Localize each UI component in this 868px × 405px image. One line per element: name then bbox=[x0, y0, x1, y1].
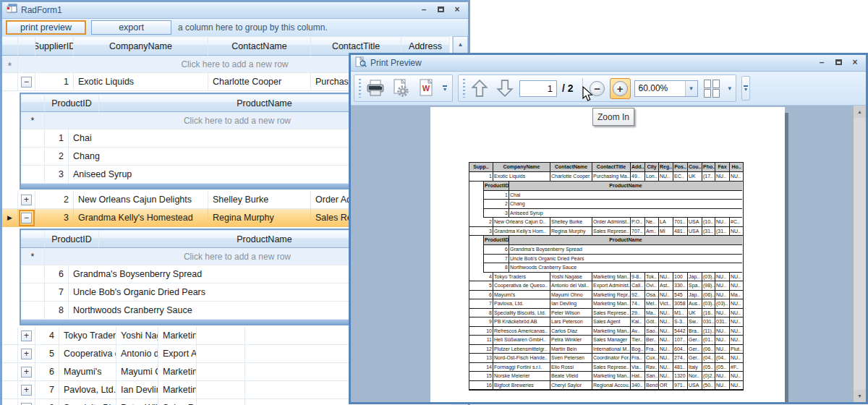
maximize-icon[interactable] bbox=[832, 57, 845, 69]
cell-productid[interactable]: 2 bbox=[45, 148, 69, 165]
expander-cell[interactable]: + bbox=[18, 327, 35, 344]
cell-companyname[interactable]: Pavlova, Ltd. bbox=[59, 381, 116, 398]
cell-companyname[interactable]: Tokyo Traders bbox=[59, 327, 116, 344]
preview-vertical-scrollbar[interactable]: ▲ ▼ bbox=[854, 106, 866, 402]
expander-cell[interactable]: − bbox=[18, 73, 35, 90]
collapse-icon[interactable]: − bbox=[21, 213, 32, 223]
row-indicator-cell bbox=[21, 166, 45, 183]
cell-address[interactable] bbox=[197, 381, 245, 398]
expand-icon[interactable]: + bbox=[21, 331, 32, 341]
radform-title: RadForm1 bbox=[21, 5, 414, 15]
expander-cell[interactable]: − bbox=[18, 209, 35, 226]
minimize-icon[interactable]: – bbox=[815, 57, 828, 69]
close-icon[interactable]: × bbox=[848, 57, 861, 69]
cell-companyname[interactable]: New Orleans Cajun Delights bbox=[74, 191, 208, 208]
expander-cell[interactable]: + bbox=[18, 345, 35, 362]
page-number-input[interactable]: 1 bbox=[519, 80, 557, 97]
cell-contactname[interactable]: Charlotte Cooper bbox=[208, 73, 311, 90]
scroll-up-icon[interactable]: ▲ bbox=[854, 106, 866, 118]
print-tools-group: W ▾ bbox=[354, 74, 453, 102]
toolbar-overflow-icon[interactable]: ▾ bbox=[741, 76, 750, 101]
cell-productid[interactable]: 3 bbox=[45, 166, 69, 183]
cell-contactname[interactable]: Shelley Burke bbox=[208, 191, 311, 208]
cell-productid[interactable]: 1 bbox=[45, 129, 69, 147]
cell-contacttitle[interactable]: Marketing Manager bbox=[158, 327, 197, 344]
cell-supplierid[interactable]: 5 bbox=[35, 345, 59, 362]
cell-supplierid[interactable]: 6 bbox=[35, 363, 59, 380]
cell-contacttitle[interactable]: Sales Representative bbox=[158, 399, 197, 405]
cell-contacttitle[interactable]: Marketing Manager bbox=[158, 381, 197, 398]
layout-dropdown-icon[interactable]: ▾ bbox=[727, 85, 733, 92]
print-preview-titlebar[interactable]: Print Preview – × bbox=[351, 55, 866, 72]
cell-address[interactable] bbox=[197, 363, 245, 380]
cell-address[interactable] bbox=[197, 345, 245, 362]
cell-contactname[interactable]: Regina Murphy bbox=[208, 209, 311, 226]
preview-product-row: 3 Aniseed Syrup bbox=[469, 209, 743, 218]
close-icon[interactable]: × bbox=[451, 4, 464, 16]
export-word-button[interactable]: W bbox=[415, 77, 437, 99]
next-page-button[interactable] bbox=[494, 77, 516, 99]
scroll-down-icon[interactable]: ▼ bbox=[854, 390, 866, 402]
expand-icon[interactable]: + bbox=[21, 349, 32, 359]
zoom-level-combobox[interactable]: 60.00% ▾ bbox=[634, 80, 698, 97]
cell-companyname[interactable]: Exotic Liquids bbox=[74, 73, 208, 90]
collapse-icon[interactable]: − bbox=[21, 77, 32, 88]
export-button[interactable]: export bbox=[91, 20, 171, 35]
preview-subgrid-header: ProductID ProductName bbox=[469, 182, 743, 191]
row-indicator-cell bbox=[21, 284, 45, 301]
cell-companyname[interactable]: Grandma Kelly's Homestead bbox=[74, 209, 208, 226]
cell-contactname[interactable]: Yoshi Nagase bbox=[116, 327, 158, 344]
expand-icon[interactable]: + bbox=[21, 195, 32, 205]
cell-companyname[interactable]: Specialty Biscuits, Ltd. bbox=[59, 399, 116, 405]
cell-contacttitle[interactable]: Marketing Representative bbox=[158, 363, 197, 380]
column-header-contactname[interactable]: ContactName bbox=[208, 36, 311, 56]
cell-contactname[interactable]: Antonio del Valle Saavedra bbox=[116, 345, 158, 362]
maximize-icon[interactable] bbox=[434, 4, 447, 16]
cell-contactname[interactable]: Ian Devling bbox=[116, 381, 158, 398]
column-header-productid[interactable]: ProductID bbox=[45, 230, 99, 248]
expander-cell[interactable]: + bbox=[18, 363, 35, 380]
cell-supplierid[interactable]: 2 bbox=[35, 191, 74, 208]
cell-productid[interactable]: 6 bbox=[45, 265, 69, 283]
expand-icon[interactable]: + bbox=[21, 385, 32, 396]
column-header-supplierid[interactable]: SupplierID bbox=[35, 36, 74, 56]
zoom-in-button[interactable]: + bbox=[610, 78, 631, 99]
cell-supplierid[interactable]: 4 bbox=[35, 327, 59, 344]
preview-supplier-row: 1Exotic LiquidsCharlotte CooperPurchasin… bbox=[469, 172, 743, 182]
cell-address[interactable] bbox=[197, 399, 245, 405]
cell-contactname[interactable]: Mayumi Ohno bbox=[116, 363, 158, 380]
preview-product-row: 7 Uncle Bob's Organic Dried Pears bbox=[469, 255, 743, 264]
cell-address[interactable] bbox=[197, 327, 245, 344]
cell-supplierid[interactable]: 8 bbox=[35, 399, 59, 405]
expander-cell[interactable]: + bbox=[18, 399, 35, 405]
column-header-companyname[interactable]: CompanyName bbox=[74, 36, 208, 56]
preview-supplier-row: 15Norske MeierierBeate VileidMarketing M… bbox=[469, 372, 743, 381]
cell-productid[interactable]: 8 bbox=[45, 302, 69, 319]
minimize-icon[interactable]: – bbox=[417, 4, 430, 16]
cell-supplierid[interactable]: 3 bbox=[35, 209, 74, 226]
cell-companyname[interactable]: Mayumi's bbox=[59, 363, 116, 380]
toolbar-grip[interactable] bbox=[463, 79, 465, 98]
cell-supplierid[interactable]: 1 bbox=[35, 73, 74, 90]
scroll-up-icon[interactable]: ▲ bbox=[453, 36, 468, 54]
expand-icon[interactable]: + bbox=[21, 403, 32, 405]
expander-cell[interactable]: + bbox=[18, 381, 35, 398]
toolbar-grip[interactable] bbox=[359, 79, 361, 98]
toolbar-overflow-icon[interactable]: ▾ bbox=[441, 76, 449, 101]
print-settings-button[interactable] bbox=[390, 77, 412, 99]
combo-dropdown-icon[interactable]: ▾ bbox=[685, 81, 697, 96]
cell-contactname[interactable]: Peter Wilson bbox=[116, 399, 158, 405]
cell-companyname[interactable]: Cooperativa de Quesos 'Las Cabras' bbox=[59, 345, 116, 362]
page-layout-button[interactable] bbox=[702, 77, 723, 99]
column-header-productid[interactable]: ProductID bbox=[45, 94, 99, 112]
cell-productid[interactable]: 7 bbox=[45, 284, 69, 301]
cell-supplierid[interactable]: 7 bbox=[35, 381, 59, 398]
previous-page-button[interactable] bbox=[469, 77, 490, 99]
expander-cell[interactable]: + bbox=[18, 191, 35, 208]
preview-content-area: Supp..CompanyNameContactNameContactTitle… bbox=[351, 106, 866, 402]
cell-contacttitle[interactable]: Export Administrator bbox=[158, 345, 197, 362]
print-button[interactable] bbox=[365, 77, 386, 99]
radform-titlebar[interactable]: RadForm1 – × bbox=[2, 2, 468, 19]
print-preview-button[interactable]: print preview bbox=[6, 20, 86, 35]
expand-icon[interactable]: + bbox=[21, 367, 32, 378]
